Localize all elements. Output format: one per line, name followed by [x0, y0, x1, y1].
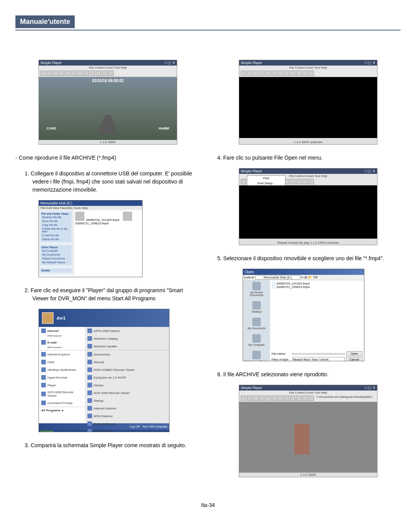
timestamp-overlay: 03/10/18 08:00:02 — [92, 79, 124, 83]
explorer-sidebar: File and Folder Tasks Rename this file M… — [39, 210, 74, 275]
player-screenshot-playback: Simple Player□ ▢ ✕ File Control Zoom Too… — [239, 385, 377, 477]
dialog-sidebar: My Recent Documents Desktop My Documents… — [243, 280, 270, 361]
startmenu-screenshot: dvr1 Internet MSN Explorer E-mail MSN Ex… — [39, 309, 169, 432]
step-6-text: 6. Il file ARCHIVE selezionato viene rip… — [216, 370, 401, 379]
player-screenshot-menu: Simple Player□ ▢ ✕ File Control Zoom Too… — [239, 168, 377, 245]
intro-text: - Come riprodurre il file ARCHIVE (*.fmp… — [15, 154, 200, 162]
page-number: Ita-34 — [15, 502, 401, 508]
step-4-text: 4. Fare clic su pulsante File Open nel m… — [216, 154, 401, 162]
header-bar: Manuale'utente — [15, 15, 75, 28]
explorer-title: Removable Disk (E:) — [39, 200, 142, 206]
player-titlebar: Simple Player□ ▢ ✕ — [39, 60, 177, 66]
step-2-text: 2. Fare clic ed eseguire il "Player" dal… — [15, 286, 200, 303]
player-screenshot-1: Simple Player□ ▢ ✕ File Control Zoom Too… — [39, 60, 177, 145]
explorer-files: 20050720_101325.fmp4 20050721_155623.fmp… — [74, 210, 142, 275]
step-1-text: 1. Collegare il dispositivo al connettor… — [15, 170, 200, 194]
left-column: Simple Player□ ▢ ✕ File Control Zoom Too… — [15, 54, 200, 487]
player-status: 1.1.0 100% — [39, 140, 177, 144]
dialog-main: 📄 20050720_101325.fmp4 📄 20050721_155623… — [270, 280, 364, 361]
player-toolbar — [39, 70, 177, 77]
right-column: Simple Player□ ▢ ✕ File Control Zoom Too… — [216, 54, 401, 487]
cam-label-2: HuMM — [159, 126, 169, 130]
explorer-screenshot: Removable Disk (E:) File Edit View Favor… — [39, 200, 143, 277]
startmenu-right: eZPix-2002 Deluxe Windows Catalog Window… — [85, 327, 169, 423]
header-line — [15, 30, 401, 30]
player-screenshot-empty: Simple Player□ ▢ ✕ File Control Zoom Too… — [239, 60, 377, 145]
step-5-text: 5. Selezionare il dispositivo rimovibile… — [216, 254, 401, 263]
user-name: dvr1 — [57, 316, 65, 320]
step-3-text: 3. Comparirà la schermata Simple Player … — [15, 441, 200, 450]
open-dialog-screenshot: Open Look in: Removable Disk (E:) ⇦ 🗀 📂 … — [243, 269, 364, 361]
startmenu-left: Internet MSN Explorer E-mail MSN Explore… — [39, 327, 85, 423]
player-menubar: File Control Zoom Tool Help — [39, 66, 177, 70]
cam-label-1: CAM1 — [47, 126, 57, 130]
user-icon — [42, 312, 54, 324]
explorer-menu: File Edit View Favorites Tools Help — [39, 206, 142, 210]
